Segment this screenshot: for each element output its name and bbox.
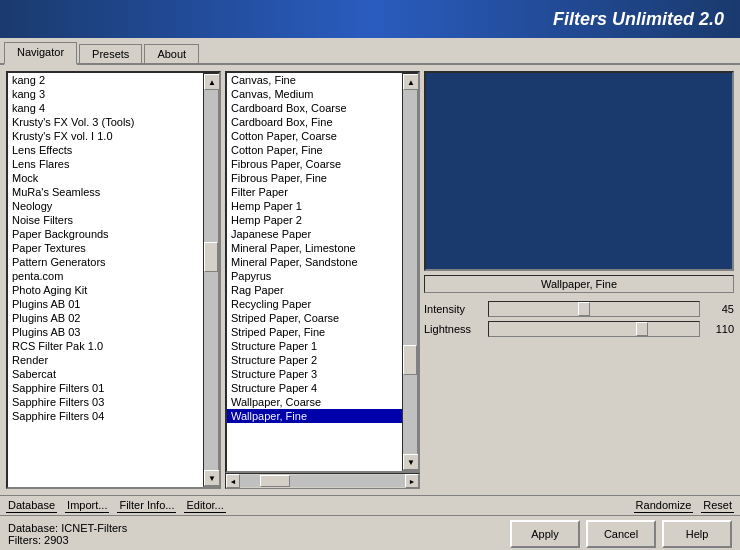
nav-list-item[interactable]: Krusty's FX vol. I 1.0 <box>8 129 203 143</box>
filter-list-item[interactable]: Cotton Paper, Fine <box>227 143 402 157</box>
intensity-label: Intensity <box>424 303 484 315</box>
apply-button[interactable]: Apply <box>510 520 580 548</box>
filter-scrollbar[interactable]: ▲ ▼ <box>402 73 418 471</box>
nav-list-item[interactable]: Plugins AB 01 <box>8 297 203 311</box>
nav-list-item[interactable]: kang 3 <box>8 87 203 101</box>
tab-about[interactable]: About <box>144 44 199 63</box>
nav-list-item[interactable]: Mock <box>8 171 203 185</box>
filter-list-item[interactable]: Striped Paper, Fine <box>227 325 402 339</box>
nav-list-item[interactable]: RCS Filter Pak 1.0 <box>8 339 203 353</box>
filter-panel: Canvas, FineCanvas, MediumCardboard Box,… <box>225 71 420 489</box>
right-panel: Wallpaper, Fine Intensity 45 Lightness 1… <box>424 71 734 489</box>
bottom-toolbar: Database Import... Filter Info... Editor… <box>0 495 740 515</box>
filter-list-item[interactable]: Mineral Paper, Limestone <box>227 241 402 255</box>
nav-list-item[interactable]: MuRa's Seamless <box>8 185 203 199</box>
filter-scroll-right[interactable]: ► <box>405 474 419 488</box>
filter-list-item[interactable]: Cotton Paper, Coarse <box>227 129 402 143</box>
import-button[interactable]: Import... <box>65 498 109 513</box>
filter-list-item[interactable]: Mineral Paper, Sandstone <box>227 255 402 269</box>
tab-presets[interactable]: Presets <box>79 44 142 63</box>
intensity-row: Intensity 45 <box>424 301 734 317</box>
status-bar: Database: ICNET-Filters Filters: 2903 Ap… <box>0 515 740 550</box>
nav-list-item[interactable]: Photo Aging Kit <box>8 283 203 297</box>
app-title: Filters Unlimited 2.0 <box>553 9 724 30</box>
filter-list-item[interactable]: Structure Paper 1 <box>227 339 402 353</box>
filter-list-item[interactable]: Structure Paper 4 <box>227 381 402 395</box>
nav-list-item[interactable]: Render <box>8 353 203 367</box>
filter-list-item[interactable]: Rag Paper <box>227 283 402 297</box>
nav-scroll-down[interactable]: ▼ <box>204 470 220 486</box>
nav-list-item[interactable]: Sapphire Filters 04 <box>8 409 203 423</box>
filter-list-item[interactable]: Japanese Paper <box>227 227 402 241</box>
nav-list-item[interactable]: Noise Filters <box>8 213 203 227</box>
filter-list-item[interactable]: Canvas, Medium <box>227 87 402 101</box>
preview-canvas <box>424 71 734 271</box>
filter-list-item[interactable]: Hemp Paper 2 <box>227 213 402 227</box>
filter-name-display: Wallpaper, Fine <box>424 275 734 293</box>
filter-scroll-left[interactable]: ◄ <box>226 474 240 488</box>
database-status: Database: ICNET-Filters <box>8 522 127 534</box>
nav-list-item[interactable]: Plugins AB 02 <box>8 311 203 325</box>
status-info: Database: ICNET-Filters Filters: 2903 <box>8 522 127 546</box>
tab-navigator[interactable]: Navigator <box>4 42 77 65</box>
nav-list-item[interactable]: Sapphire Filters 03 <box>8 395 203 409</box>
filters-status: Filters: 2903 <box>8 534 127 546</box>
filter-list-item[interactable]: Striped Paper, Coarse <box>227 311 402 325</box>
editor-button[interactable]: Editor... <box>184 498 225 513</box>
main-content: kang 2kang 3kang 4Krusty's FX Vol. 3 (To… <box>0 65 740 495</box>
filter-hscrollbar[interactable]: ◄ ► <box>225 473 420 489</box>
lightness-row: Lightness 110 <box>424 321 734 337</box>
navigator-list[interactable]: kang 2kang 3kang 4Krusty's FX Vol. 3 (To… <box>8 73 203 487</box>
filter-scroll-down[interactable]: ▼ <box>403 454 419 470</box>
nav-list-item[interactable]: kang 4 <box>8 101 203 115</box>
filter-list-item[interactable]: Fibrous Paper, Coarse <box>227 157 402 171</box>
filter-list-item[interactable]: Hemp Paper 1 <box>227 199 402 213</box>
slider-section: Intensity 45 Lightness 110 <box>424 297 734 341</box>
nav-scroll-up[interactable]: ▲ <box>204 74 220 90</box>
tab-bar: Navigator Presets About <box>0 38 740 65</box>
filter-list-item[interactable]: Canvas, Fine <box>227 73 402 87</box>
intensity-value: 45 <box>704 303 734 315</box>
nav-list-item[interactable]: Sapphire Filters 01 <box>8 381 203 395</box>
filter-list-item[interactable]: Cardboard Box, Fine <box>227 115 402 129</box>
cancel-button[interactable]: Cancel <box>586 520 656 548</box>
nav-list-item[interactable]: kang 2 <box>8 73 203 87</box>
lightness-slider[interactable] <box>488 321 700 337</box>
filter-list-item[interactable]: Papyrus <box>227 269 402 283</box>
filter-list-item[interactable]: Cardboard Box, Coarse <box>227 101 402 115</box>
reset-button[interactable]: Reset <box>701 498 734 513</box>
nav-list-item[interactable]: penta.com <box>8 269 203 283</box>
nav-list-item[interactable]: Krusty's FX Vol. 3 (Tools) <box>8 115 203 129</box>
randomize-button[interactable]: Randomize <box>634 498 694 513</box>
lightness-label: Lightness <box>424 323 484 335</box>
nav-list-item[interactable]: Sabercat <box>8 367 203 381</box>
filter-list-item[interactable]: Structure Paper 3 <box>227 367 402 381</box>
filter-list-item[interactable]: Structure Paper 2 <box>227 353 402 367</box>
lightness-value: 110 <box>704 323 734 335</box>
nav-list-item[interactable]: Plugins AB 03 <box>8 325 203 339</box>
navigator-panel: kang 2kang 3kang 4Krusty's FX Vol. 3 (To… <box>6 71 221 489</box>
filter-list[interactable]: Canvas, FineCanvas, MediumCardboard Box,… <box>227 73 402 471</box>
action-buttons: Apply Cancel Help <box>510 520 732 548</box>
filter-list-item[interactable]: Filter Paper <box>227 185 402 199</box>
filter-list-item[interactable]: Recycling Paper <box>227 297 402 311</box>
navigator-scrollbar[interactable]: ▲ ▼ <box>203 73 219 487</box>
filter-list-item[interactable]: Fibrous Paper, Fine <box>227 171 402 185</box>
database-button[interactable]: Database <box>6 498 57 513</box>
filter-scroll-up[interactable]: ▲ <box>403 74 419 90</box>
filter-list-item[interactable]: Wallpaper, Coarse <box>227 395 402 409</box>
nav-list-item[interactable]: Paper Backgrounds <box>8 227 203 241</box>
filter-info-button[interactable]: Filter Info... <box>117 498 176 513</box>
title-bar: Filters Unlimited 2.0 <box>0 0 740 38</box>
nav-list-item[interactable]: Paper Textures <box>8 241 203 255</box>
nav-list-item[interactable]: Lens Flares <box>8 157 203 171</box>
nav-list-item[interactable]: Neology <box>8 199 203 213</box>
intensity-slider[interactable] <box>488 301 700 317</box>
nav-list-item[interactable]: Lens Effects <box>8 143 203 157</box>
help-button[interactable]: Help <box>662 520 732 548</box>
filter-list-item[interactable]: Wallpaper, Fine <box>227 409 402 423</box>
nav-list-item[interactable]: Pattern Generators <box>8 255 203 269</box>
